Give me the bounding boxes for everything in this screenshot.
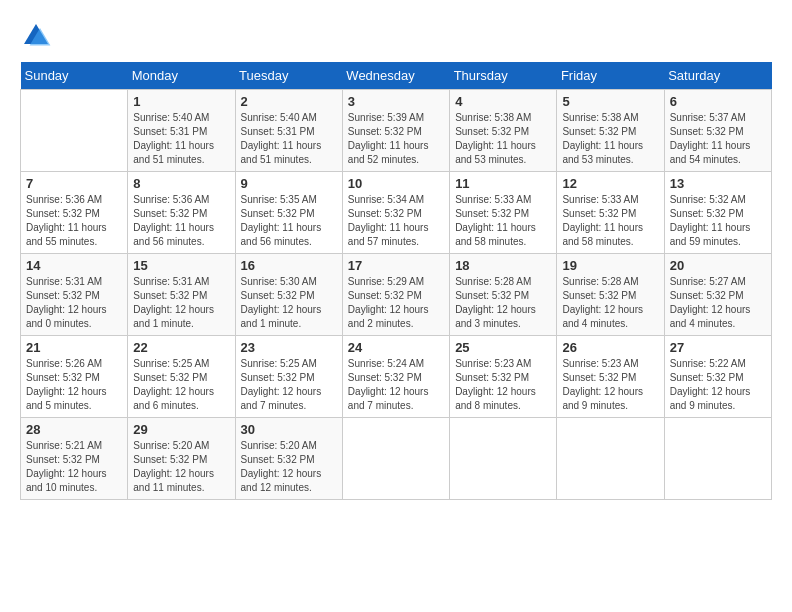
day-number: 25 [455, 340, 551, 355]
day-number: 20 [670, 258, 766, 273]
day-number: 23 [241, 340, 337, 355]
weekday-header-sunday: Sunday [21, 62, 128, 90]
day-number: 12 [562, 176, 658, 191]
day-cell [664, 418, 771, 500]
week-row-3: 14Sunrise: 5:31 AM Sunset: 5:32 PM Dayli… [21, 254, 772, 336]
day-number: 7 [26, 176, 122, 191]
day-detail: Sunrise: 5:20 AM Sunset: 5:32 PM Dayligh… [241, 439, 337, 495]
day-number: 17 [348, 258, 444, 273]
day-number: 2 [241, 94, 337, 109]
day-cell: 2Sunrise: 5:40 AM Sunset: 5:31 PM Daylig… [235, 90, 342, 172]
day-detail: Sunrise: 5:34 AM Sunset: 5:32 PM Dayligh… [348, 193, 444, 249]
day-number: 29 [133, 422, 229, 437]
day-cell: 13Sunrise: 5:32 AM Sunset: 5:32 PM Dayli… [664, 172, 771, 254]
day-cell: 8Sunrise: 5:36 AM Sunset: 5:32 PM Daylig… [128, 172, 235, 254]
day-detail: Sunrise: 5:27 AM Sunset: 5:32 PM Dayligh… [670, 275, 766, 331]
day-detail: Sunrise: 5:25 AM Sunset: 5:32 PM Dayligh… [241, 357, 337, 413]
day-cell: 14Sunrise: 5:31 AM Sunset: 5:32 PM Dayli… [21, 254, 128, 336]
day-cell: 6Sunrise: 5:37 AM Sunset: 5:32 PM Daylig… [664, 90, 771, 172]
day-detail: Sunrise: 5:33 AM Sunset: 5:32 PM Dayligh… [455, 193, 551, 249]
day-detail: Sunrise: 5:33 AM Sunset: 5:32 PM Dayligh… [562, 193, 658, 249]
day-detail: Sunrise: 5:23 AM Sunset: 5:32 PM Dayligh… [455, 357, 551, 413]
day-detail: Sunrise: 5:25 AM Sunset: 5:32 PM Dayligh… [133, 357, 229, 413]
day-cell: 10Sunrise: 5:34 AM Sunset: 5:32 PM Dayli… [342, 172, 449, 254]
day-detail: Sunrise: 5:26 AM Sunset: 5:32 PM Dayligh… [26, 357, 122, 413]
day-cell: 7Sunrise: 5:36 AM Sunset: 5:32 PM Daylig… [21, 172, 128, 254]
week-row-2: 7Sunrise: 5:36 AM Sunset: 5:32 PM Daylig… [21, 172, 772, 254]
day-cell: 17Sunrise: 5:29 AM Sunset: 5:32 PM Dayli… [342, 254, 449, 336]
day-detail: Sunrise: 5:28 AM Sunset: 5:32 PM Dayligh… [455, 275, 551, 331]
day-number: 18 [455, 258, 551, 273]
day-cell: 9Sunrise: 5:35 AM Sunset: 5:32 PM Daylig… [235, 172, 342, 254]
day-cell: 25Sunrise: 5:23 AM Sunset: 5:32 PM Dayli… [450, 336, 557, 418]
day-number: 9 [241, 176, 337, 191]
day-cell: 16Sunrise: 5:30 AM Sunset: 5:32 PM Dayli… [235, 254, 342, 336]
day-cell: 18Sunrise: 5:28 AM Sunset: 5:32 PM Dayli… [450, 254, 557, 336]
day-cell: 20Sunrise: 5:27 AM Sunset: 5:32 PM Dayli… [664, 254, 771, 336]
logo [20, 20, 56, 52]
week-row-4: 21Sunrise: 5:26 AM Sunset: 5:32 PM Dayli… [21, 336, 772, 418]
day-cell: 29Sunrise: 5:20 AM Sunset: 5:32 PM Dayli… [128, 418, 235, 500]
day-cell: 1Sunrise: 5:40 AM Sunset: 5:31 PM Daylig… [128, 90, 235, 172]
day-number: 15 [133, 258, 229, 273]
weekday-header-friday: Friday [557, 62, 664, 90]
day-cell: 30Sunrise: 5:20 AM Sunset: 5:32 PM Dayli… [235, 418, 342, 500]
weekday-header-wednesday: Wednesday [342, 62, 449, 90]
day-cell: 5Sunrise: 5:38 AM Sunset: 5:32 PM Daylig… [557, 90, 664, 172]
day-cell: 12Sunrise: 5:33 AM Sunset: 5:32 PM Dayli… [557, 172, 664, 254]
day-cell: 11Sunrise: 5:33 AM Sunset: 5:32 PM Dayli… [450, 172, 557, 254]
calendar-table: SundayMondayTuesdayWednesdayThursdayFrid… [20, 62, 772, 500]
weekday-header-tuesday: Tuesday [235, 62, 342, 90]
page-header [20, 20, 772, 52]
day-cell: 19Sunrise: 5:28 AM Sunset: 5:32 PM Dayli… [557, 254, 664, 336]
day-cell [342, 418, 449, 500]
logo-icon [20, 20, 52, 52]
day-number: 3 [348, 94, 444, 109]
day-number: 14 [26, 258, 122, 273]
day-detail: Sunrise: 5:31 AM Sunset: 5:32 PM Dayligh… [26, 275, 122, 331]
day-detail: Sunrise: 5:38 AM Sunset: 5:32 PM Dayligh… [455, 111, 551, 167]
weekday-header-saturday: Saturday [664, 62, 771, 90]
day-cell: 21Sunrise: 5:26 AM Sunset: 5:32 PM Dayli… [21, 336, 128, 418]
day-number: 5 [562, 94, 658, 109]
day-number: 8 [133, 176, 229, 191]
day-cell: 28Sunrise: 5:21 AM Sunset: 5:32 PM Dayli… [21, 418, 128, 500]
day-detail: Sunrise: 5:23 AM Sunset: 5:32 PM Dayligh… [562, 357, 658, 413]
day-number: 22 [133, 340, 229, 355]
day-number: 21 [26, 340, 122, 355]
day-number: 1 [133, 94, 229, 109]
day-number: 30 [241, 422, 337, 437]
day-number: 4 [455, 94, 551, 109]
day-cell: 15Sunrise: 5:31 AM Sunset: 5:32 PM Dayli… [128, 254, 235, 336]
week-row-1: 1Sunrise: 5:40 AM Sunset: 5:31 PM Daylig… [21, 90, 772, 172]
day-number: 16 [241, 258, 337, 273]
day-detail: Sunrise: 5:22 AM Sunset: 5:32 PM Dayligh… [670, 357, 766, 413]
day-detail: Sunrise: 5:40 AM Sunset: 5:31 PM Dayligh… [241, 111, 337, 167]
day-cell [450, 418, 557, 500]
day-number: 13 [670, 176, 766, 191]
day-cell: 22Sunrise: 5:25 AM Sunset: 5:32 PM Dayli… [128, 336, 235, 418]
day-cell: 3Sunrise: 5:39 AM Sunset: 5:32 PM Daylig… [342, 90, 449, 172]
day-number: 27 [670, 340, 766, 355]
day-detail: Sunrise: 5:36 AM Sunset: 5:32 PM Dayligh… [26, 193, 122, 249]
day-detail: Sunrise: 5:30 AM Sunset: 5:32 PM Dayligh… [241, 275, 337, 331]
day-detail: Sunrise: 5:35 AM Sunset: 5:32 PM Dayligh… [241, 193, 337, 249]
day-cell: 27Sunrise: 5:22 AM Sunset: 5:32 PM Dayli… [664, 336, 771, 418]
day-detail: Sunrise: 5:20 AM Sunset: 5:32 PM Dayligh… [133, 439, 229, 495]
day-detail: Sunrise: 5:29 AM Sunset: 5:32 PM Dayligh… [348, 275, 444, 331]
day-detail: Sunrise: 5:36 AM Sunset: 5:32 PM Dayligh… [133, 193, 229, 249]
day-cell: 26Sunrise: 5:23 AM Sunset: 5:32 PM Dayli… [557, 336, 664, 418]
day-cell: 23Sunrise: 5:25 AM Sunset: 5:32 PM Dayli… [235, 336, 342, 418]
day-detail: Sunrise: 5:37 AM Sunset: 5:32 PM Dayligh… [670, 111, 766, 167]
day-detail: Sunrise: 5:28 AM Sunset: 5:32 PM Dayligh… [562, 275, 658, 331]
day-detail: Sunrise: 5:32 AM Sunset: 5:32 PM Dayligh… [670, 193, 766, 249]
day-number: 11 [455, 176, 551, 191]
day-detail: Sunrise: 5:39 AM Sunset: 5:32 PM Dayligh… [348, 111, 444, 167]
day-number: 28 [26, 422, 122, 437]
day-number: 10 [348, 176, 444, 191]
day-detail: Sunrise: 5:24 AM Sunset: 5:32 PM Dayligh… [348, 357, 444, 413]
day-detail: Sunrise: 5:31 AM Sunset: 5:32 PM Dayligh… [133, 275, 229, 331]
day-number: 24 [348, 340, 444, 355]
weekday-header-row: SundayMondayTuesdayWednesdayThursdayFrid… [21, 62, 772, 90]
weekday-header-thursday: Thursday [450, 62, 557, 90]
